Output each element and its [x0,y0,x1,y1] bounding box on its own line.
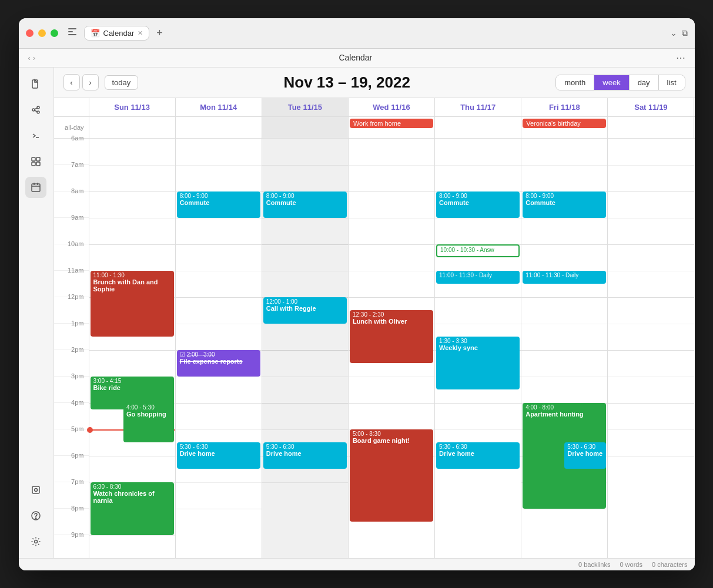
prev-button[interactable]: ‹ [63,74,80,90]
today-button[interactable]: today [105,75,139,90]
day-col-sat[interactable] [608,139,694,558]
new-tab-button[interactable]: + [156,27,163,39]
calendar-tab[interactable]: 📅 Calendar ✕ [84,26,150,41]
event-drive-home-thu[interactable]: 5:30 - 6:30 Drive home [436,442,520,469]
event-answer-thu[interactable]: 10:00 - 10:30 - Answ [436,244,520,257]
allday-cell-0[interactable] [89,117,176,138]
event-drive-home-fri[interactable]: 5:30 - 6:30 Drive home [564,442,606,469]
event-commute-mon-title: Commute [180,199,257,206]
main-area: ‹ › today Nov 13 – 19, 2022 month week d… [19,68,695,558]
next-button[interactable]: › [82,74,99,90]
day-name-1: Mon 11/14 [178,103,259,112]
svg-rect-18 [32,486,39,493]
event-lunch-oliver[interactable]: 12:30 - 2:30 Lunch with Oliver [350,310,433,363]
event-commute-mon[interactable]: 8:00 - 9:00 Commute [177,191,260,218]
day-col-wed[interactable]: 12:30 - 2:30 Lunch with Oliver 5:00 - 8:… [349,139,435,558]
allday-cell-6[interactable] [608,117,694,138]
sidebar-item-settings[interactable] [25,531,46,552]
event-bike-ride-title: Bike ride [93,384,171,391]
day-col-mon[interactable]: 8:00 - 9:00 Commute ☑ 2:00 - 3:00 File e… [176,139,262,558]
titlebar-dropdown-icon[interactable]: ⌄ [670,28,677,38]
day-col-thu[interactable]: 8:00 - 9:00 Commute 10:00 - 10:30 - Answ… [435,139,521,558]
event-commute-fri-time: 8:00 - 9:00 [525,193,603,199]
svg-point-5 [37,106,39,109]
allday-cell-5[interactable]: Veronica's birthday [521,117,608,138]
day-header-3: Wed 11/16 [349,98,435,116]
event-drive-home-thu-time: 5:30 - 6:30 [439,443,517,450]
back-nav-icon[interactable]: ‹ [28,53,31,62]
event-drive-home-fri-title: Drive home [567,450,603,457]
time-gutter [54,98,89,116]
sidebar-item-graph[interactable] [25,99,46,120]
svg-point-6 [37,111,39,113]
day-headers-row: Sun 11/13 Mon 11/14 Tue 11/15 Wed 11/16 [54,98,695,117]
event-go-shopping[interactable]: 4:00 - 5:30 Go shopping [123,403,174,442]
event-bike-ride-time: 3:00 - 4:15 [93,378,171,384]
sidebar-item-help[interactable] [25,505,46,526]
event-drive-home-mon-title: Drive home [180,450,257,457]
event-daily-thu[interactable]: 11:00 - 11:30 - Daily [436,271,520,284]
svg-point-21 [35,518,36,519]
event-expense-reports[interactable]: ☑ 2:00 - 3:00 File expense reports [177,350,260,377]
day-col-sun[interactable]: 11:00 - 1:30 Brunch with Dan and Sophie … [89,139,176,558]
event-daily-thu-time: 11:00 - 11:30 - Daily [439,272,517,278]
tab-close-icon[interactable]: ✕ [138,29,143,37]
sidebar-item-calendar[interactable] [25,177,46,198]
allday-event-birthday[interactable]: Veronica's birthday [523,119,606,128]
titlebar-split-icon[interactable]: ⧉ [682,28,688,38]
event-apt-hunting-time: 4:00 - 8:00 [525,404,603,411]
event-daily-fri[interactable]: 11:00 - 11:30 - Daily [523,271,606,284]
allday-row: all-day Work from home Veronica's birthd… [54,117,695,139]
event-answer-thu-time: 10:00 - 10:30 - Answ [440,247,515,253]
day-name-3: Wed 11/16 [351,103,432,112]
page-title: Calendar [339,53,372,62]
time-grid: 6am 7am 8am 9am 10am 11am 12pm 1pm 2pm 3… [54,139,695,558]
event-commute-thu-title: Commute [439,199,517,206]
maximize-button[interactable] [51,29,58,37]
month-view-button[interactable]: month [556,75,594,90]
event-narnia[interactable]: 6:30 - 8:30 Watch chronicles of narnia [91,482,174,535]
allday-cell-2[interactable] [262,117,349,138]
calendar-grid-wrapper[interactable]: Sun 11/13 Mon 11/14 Tue 11/15 Wed 11/16 [54,98,695,558]
day-header-5: Fri 11/18 [521,98,608,116]
event-call-reggie[interactable]: 12:00 - 1:00 Call with Reggie [263,297,347,324]
sidebar-item-terminal[interactable] [25,125,46,146]
event-commute-thu[interactable]: 8:00 - 9:00 Commute [436,191,520,218]
day-view-button[interactable]: day [630,75,659,90]
event-lunch-oliver-title: Lunch with Oliver [353,318,430,325]
event-drive-home-tue-title: Drive home [266,450,344,457]
day-col-fri[interactable]: 8:00 - 9:00 Commute 11:00 - 11:30 - Dail… [521,139,608,558]
minimize-button[interactable] [38,29,46,37]
event-weekly-sync[interactable]: 1:30 - 3:30 Weekly sync [436,337,520,389]
allday-cell-4[interactable] [435,117,521,138]
sidebar-item-blocks[interactable] [25,151,46,172]
list-view-button[interactable]: list [659,75,685,90]
svg-line-7 [35,108,37,109]
day-header-6: Sat 11/19 [608,98,694,116]
event-commute-tue[interactable]: 8:00 - 9:00 Commute [263,191,347,218]
event-drive-home-tue[interactable]: 5:30 - 6:30 Drive home [263,442,347,469]
event-brunch[interactable]: 11:00 - 1:30 Brunch with Dan and Sophie [91,271,174,337]
allday-cell-3[interactable]: Work from home [349,117,435,138]
event-expense-time: 2:00 - 3:00 [187,351,215,358]
more-options-icon[interactable]: ⋯ [676,53,685,63]
svg-point-22 [35,540,38,543]
day-header-1: Mon 11/14 [176,98,262,116]
allday-event-work-from-home[interactable]: Work from home [350,119,433,128]
event-board-game[interactable]: 5:00 - 8:30 Board game night! [350,429,433,522]
day-col-tue[interactable]: 8:00 - 9:00 Commute 12:00 - 1:00 Call wi… [262,139,349,558]
day-header-2: Tue 11/15 [262,98,349,116]
sidebar-toggle-icon[interactable] [68,27,77,39]
event-drive-home-tue-time: 5:30 - 6:30 [266,443,344,450]
day-name-4: Thu 11/17 [437,103,518,112]
week-view-button[interactable]: week [594,75,629,90]
event-brunch-time: 11:00 - 1:30 [93,272,171,278]
event-commute-fri[interactable]: 8:00 - 9:00 Commute [523,191,606,218]
characters-count: 0 characters [652,561,688,568]
sidebar-item-files[interactable] [25,73,46,95]
close-button[interactable] [26,29,34,37]
allday-cell-1[interactable] [176,117,262,138]
backlinks-count: 0 backlinks [578,561,610,568]
sidebar-item-vault[interactable] [25,479,46,500]
event-drive-home-mon[interactable]: 5:30 - 6:30 Drive home [177,442,260,469]
